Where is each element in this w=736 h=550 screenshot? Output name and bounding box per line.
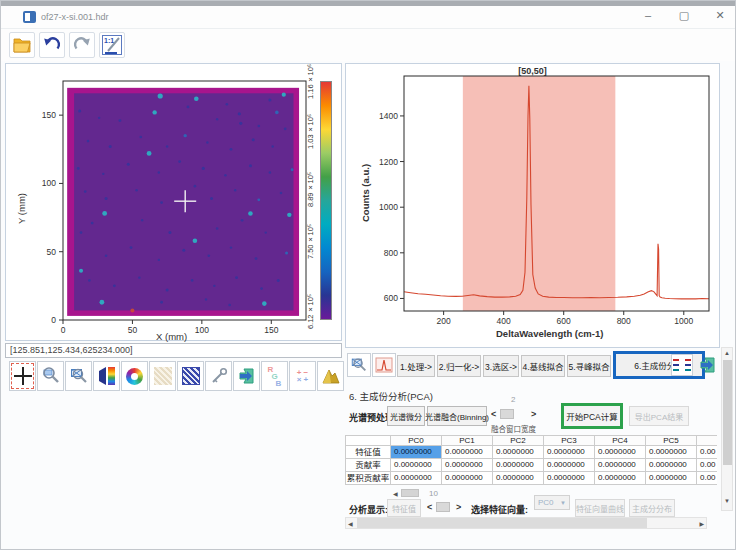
vector-curve-button[interactable]: 特征向量曲线	[575, 499, 625, 517]
zoom-in-tool-button[interactable]	[37, 361, 64, 391]
export-pca-button[interactable]: 导出PCA结果	[629, 406, 689, 426]
binning-decrement[interactable]: <	[491, 409, 496, 419]
svg-text:600: 600	[557, 316, 571, 326]
column-header-PC5[interactable]: PC5	[646, 435, 697, 446]
table-cell[interactable]: 0.0000000	[391, 459, 442, 472]
binning-increment[interactable]: >	[531, 409, 536, 419]
table-cell[interactable]: 0.0000000	[646, 472, 697, 485]
scroll-left-icon[interactable]: ◀	[348, 520, 353, 527]
heatmap-plot[interactable]: 050100150050100150	[63, 81, 306, 320]
derivative-button[interactable]: 光谱微分	[387, 406, 425, 426]
colorbar-tick-label: 1.16×10⁶	[306, 64, 315, 99]
peak-tool-button[interactable]	[317, 361, 344, 391]
redo-button[interactable]	[69, 32, 95, 58]
panel-h-scrollbar[interactable]: ◀ ▶	[345, 517, 707, 529]
table-cell-overflow: 0.00	[697, 459, 717, 472]
math-ops-tool-button[interactable]: + −× +	[289, 361, 316, 391]
table-cell[interactable]: 0.0000000	[493, 446, 544, 459]
vector-dropdown[interactable]: PC0 ▼	[534, 495, 570, 510]
spectrum-title: [50,50]	[346, 66, 719, 76]
peak-view-button[interactable]	[372, 353, 396, 377]
scroll-down-icon[interactable]: ▼	[724, 498, 730, 504]
binning-button[interactable]: 光谱融合(Binning)	[427, 406, 487, 426]
colormap-icon	[108, 367, 115, 385]
zoom-reset-tool-button[interactable]	[65, 361, 92, 391]
table-cell[interactable]: 0.0000000	[442, 472, 493, 485]
dashed-lines-button[interactable]	[671, 354, 693, 376]
table-cell[interactable]: 0.0000000	[391, 446, 442, 459]
table-cell[interactable]: 0.0000000	[493, 472, 544, 485]
distribution-button[interactable]: 主成分分布	[629, 499, 675, 517]
binning-spinbox[interactable]	[500, 409, 514, 419]
color-wheel-tool-button[interactable]	[121, 361, 148, 391]
analysis-label: 分析显示:	[349, 503, 388, 516]
close-button[interactable]: ✕	[713, 9, 727, 22]
spectrum-plot[interactable]: 2004006008001000600800100012001400	[404, 76, 709, 311]
dashed-lines-icon	[673, 359, 691, 371]
eigen-count-spinbox[interactable]	[436, 502, 450, 512]
column-header-PC2[interactable]: PC2	[493, 435, 544, 446]
scroll-up-icon[interactable]: ▲	[724, 350, 730, 356]
one-to-one-zoom-button[interactable]: 1:1	[99, 32, 125, 58]
undo-icon	[42, 35, 62, 55]
binning-value: 2	[511, 395, 515, 404]
eigen-count-decrement[interactable]: <	[427, 502, 432, 512]
tab-process[interactable]: 1.处理->	[397, 355, 435, 377]
map-xlabel: X (mm)	[156, 331, 187, 342]
red-peak-icon	[375, 357, 393, 373]
table-cell[interactable]: 0.0000000	[646, 459, 697, 472]
key-tool-button[interactable]	[205, 361, 232, 391]
scroll-thumb[interactable]	[401, 489, 419, 497]
scroll-left-icon[interactable]: ◀	[393, 490, 398, 497]
table-cell[interactable]: 0.0000000	[595, 459, 646, 472]
scroll-right-icon[interactable]: ▶	[699, 520, 704, 527]
panel-v-scrollbar[interactable]: ▲ ▼	[721, 347, 733, 511]
table-cell[interactable]: 0.0000000	[544, 446, 595, 459]
scroll-thumb[interactable]	[357, 518, 647, 528]
undo-button[interactable]	[39, 32, 65, 58]
table-h-scrollbar[interactable]: ◀	[393, 489, 419, 497]
import-tool-button[interactable]	[233, 361, 260, 391]
titlebar: of27-x-si.001.hdr – ▢ ✕	[1, 6, 736, 29]
scroll-thumb[interactable]	[723, 360, 732, 465]
svg-text:1000: 1000	[674, 316, 693, 326]
column-header-PC1[interactable]: PC1	[442, 435, 493, 446]
table-cell[interactable]: 0.0000000	[442, 459, 493, 472]
svg-text:50: 50	[128, 325, 138, 335]
column-header-PC3[interactable]: PC3	[544, 435, 595, 446]
pattern-dense-tool-button[interactable]	[177, 361, 204, 391]
maximize-button[interactable]: ▢	[677, 9, 691, 22]
tab-baseline-fit[interactable]: 4.基线拟合	[521, 355, 565, 377]
main-toolbar: 1:1	[1, 29, 736, 61]
zoom-reset-spectrum-button[interactable]	[347, 353, 371, 377]
eigenvalue-button[interactable]: 特征值	[387, 499, 421, 517]
table-cell[interactable]: 0.0000000	[646, 446, 697, 459]
tab-peak-fit[interactable]: 5.寻峰拟合	[567, 355, 611, 377]
table-cell[interactable]: 0.0000000	[544, 472, 595, 485]
open-file-button[interactable]	[9, 32, 35, 58]
crosshair-tool-button[interactable]	[9, 361, 36, 391]
minimize-button[interactable]: –	[641, 9, 655, 22]
column-header-PC0[interactable]: PC0	[391, 435, 442, 446]
rgb-tool-button[interactable]: RGB	[261, 361, 288, 391]
table-cell[interactable]: 0.0000000	[493, 459, 544, 472]
svg-text:100: 100	[195, 325, 209, 335]
table-cell[interactable]: 0.0000000	[544, 459, 595, 472]
table-cell[interactable]: 0.0000000	[442, 446, 493, 459]
table-cell[interactable]: 0.0000000	[595, 472, 646, 485]
column-header-PC4[interactable]: PC4	[595, 435, 646, 446]
tab-region-select[interactable]: 3.选区->	[483, 355, 519, 377]
row-label: 贡献率	[345, 459, 391, 472]
table-cell[interactable]: 0.0000000	[391, 472, 442, 485]
tab-normalize[interactable]: 2.归一化->	[437, 355, 481, 377]
svg-text:100: 100	[42, 178, 56, 188]
eigen-count-increment[interactable]: >	[456, 502, 461, 512]
key-icon	[209, 366, 229, 386]
pca-table: PC0PC1PC2PC3PC4PC5特征值0.00000000.00000000…	[345, 435, 719, 485]
export-arrow-button[interactable]	[697, 354, 719, 376]
colormap-tool-button[interactable]	[93, 361, 120, 391]
table-cell[interactable]: 0.0000000	[595, 446, 646, 459]
start-pca-button[interactable]: 开始PCA计算	[561, 403, 623, 429]
spectrum-ylabel: Counts (a.u.)	[360, 164, 371, 222]
pattern-light-tool-button[interactable]	[149, 361, 176, 391]
